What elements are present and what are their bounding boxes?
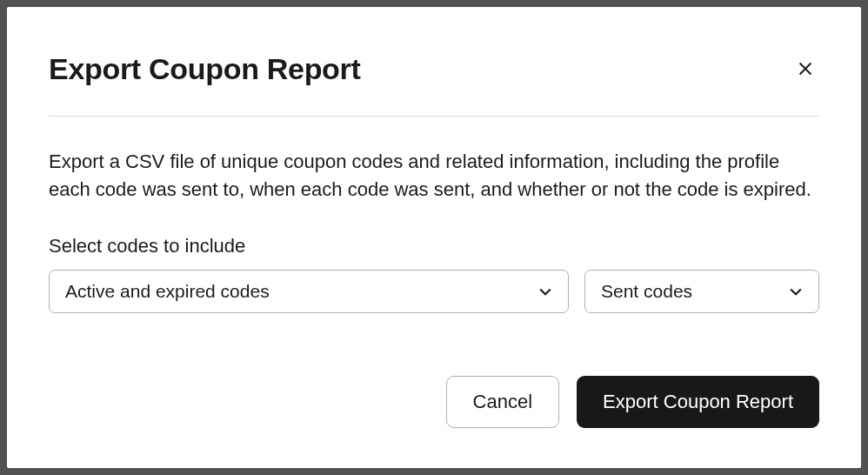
export-button[interactable]: Export Coupon Report [577, 376, 819, 428]
chevron-down-icon [787, 283, 805, 300]
select-label: Select codes to include [49, 235, 819, 258]
divider [49, 116, 819, 117]
modal-actions: Cancel Export Coupon Report [49, 376, 819, 428]
chevron-down-icon [537, 283, 554, 300]
export-coupon-report-modal: Export Coupon Report Export a CSV file o… [7, 7, 861, 468]
sent-status-select[interactable]: Sent codes [584, 270, 819, 313]
modal-description: Export a CSV file of unique coupon codes… [49, 148, 819, 204]
sent-status-select-value: Sent codes [601, 281, 692, 302]
code-status-select[interactable]: Active and expired codes [49, 270, 569, 313]
select-row: Active and expired codes Sent codes [49, 270, 819, 313]
cancel-button[interactable]: Cancel [446, 376, 559, 428]
code-status-select-value: Active and expired codes [65, 281, 270, 302]
modal-header: Export Coupon Report [49, 52, 819, 86]
modal-title: Export Coupon Report [49, 52, 361, 86]
close-icon [796, 59, 815, 81]
close-button[interactable] [791, 56, 819, 84]
